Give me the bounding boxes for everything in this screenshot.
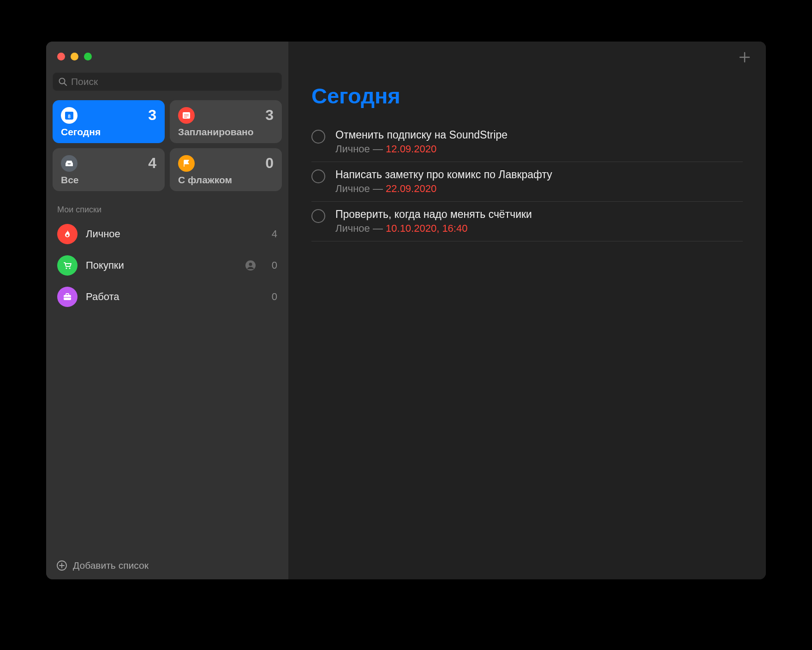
svg-rect-15 — [66, 294, 69, 295]
smart-label: Все — [61, 175, 156, 186]
list-count: 0 — [269, 259, 277, 271]
smart-count: 0 — [265, 155, 274, 172]
smart-list-flagged[interactable]: 0 С флажком — [170, 148, 282, 191]
reminder-date: 10.10.2020, 16:40 — [386, 223, 467, 234]
maximize-window-button[interactable] — [84, 53, 92, 60]
calendar-today-icon: 8 — [61, 107, 78, 124]
smart-label: Сегодня — [61, 126, 156, 138]
svg-point-13 — [249, 263, 252, 266]
reminder-title: Написать заметку про комикс по Лавкрафту — [335, 169, 743, 181]
main-panel: Сегодня Отменить подписку на SoundStripe… — [288, 42, 766, 579]
shared-icon — [245, 260, 256, 271]
svg-text:8: 8 — [68, 114, 71, 119]
add-list-label: Добавить список — [73, 560, 149, 571]
svg-point-11 — [69, 267, 70, 269]
list-name: Работа — [86, 291, 261, 303]
sidebar: 8 3 Сегодня — [46, 42, 288, 579]
new-reminder-button[interactable] — [738, 51, 751, 66]
reminder-meta: Личное — 12.09.2020 — [335, 143, 743, 155]
page-title: Сегодня — [311, 83, 743, 108]
smart-count: 4 — [148, 155, 156, 172]
reminder-date: 22.09.2020 — [386, 183, 436, 194]
search-icon — [58, 77, 67, 86]
list-count: 4 — [269, 228, 277, 240]
plus-circle-icon — [56, 560, 67, 571]
reminder-date: 12.09.2020 — [386, 143, 436, 155]
reminder-item[interactable]: Отменить подписку на SoundStripe Личное … — [311, 122, 743, 162]
complete-checkbox[interactable] — [311, 169, 325, 183]
window-controls — [53, 51, 282, 72]
app-window: 8 3 Сегодня — [46, 42, 766, 579]
svg-point-9 — [66, 235, 68, 236]
lists-header: Мои списки — [53, 205, 282, 218]
smart-list-all[interactable]: 4 Все — [53, 148, 165, 191]
reminder-list-name: Личное — — [335, 143, 386, 155]
minimize-window-button[interactable] — [71, 53, 78, 60]
search-input[interactable] — [71, 76, 276, 87]
reminder-title: Отменить подписку на SoundStripe — [335, 129, 743, 141]
search-field[interactable] — [53, 72, 282, 91]
list-name: Личное — [86, 228, 261, 240]
reminder-meta: Личное — 10.10.2020, 16:40 — [335, 223, 743, 235]
smart-label: Запланировано — [178, 126, 274, 138]
flame-icon — [57, 224, 78, 244]
smart-list-today[interactable]: 8 3 Сегодня — [53, 100, 165, 143]
reminder-list-name: Личное — — [335, 223, 386, 234]
smart-count: 3 — [148, 107, 156, 124]
smart-label: С флажком — [178, 175, 274, 186]
reminder-item[interactable]: Написать заметку про комикс по Лавкрафту… — [311, 162, 743, 202]
list-item-shopping[interactable]: Покупки 0 — [53, 250, 282, 281]
complete-checkbox[interactable] — [311, 209, 325, 223]
reminder-item[interactable]: Проверить, когда надо менять счётчики Ли… — [311, 202, 743, 241]
svg-point-0 — [60, 78, 65, 84]
complete-checkbox[interactable] — [311, 130, 325, 144]
svg-line-1 — [65, 84, 67, 86]
svg-point-10 — [66, 267, 67, 269]
list-item-personal[interactable]: Личное 4 — [53, 218, 282, 250]
svg-rect-5 — [183, 112, 190, 119]
add-list-button[interactable]: Добавить список — [56, 560, 149, 571]
list-name: Покупки — [86, 259, 237, 271]
smart-lists-grid: 8 3 Сегодня — [53, 100, 282, 191]
tray-icon — [61, 155, 78, 172]
flag-icon — [178, 155, 195, 172]
plus-icon — [738, 51, 751, 64]
reminder-meta: Личное — 22.09.2020 — [335, 183, 743, 195]
reminder-title: Проверить, когда надо менять счётчики — [335, 208, 743, 221]
smart-list-scheduled[interactable]: 3 Запланировано — [170, 100, 282, 143]
close-window-button[interactable] — [57, 53, 65, 60]
list-item-work[interactable]: Работа 0 — [53, 281, 282, 313]
smart-count: 3 — [265, 107, 274, 124]
reminder-list-name: Личное — — [335, 183, 386, 194]
list-count: 0 — [269, 291, 277, 303]
briefcase-icon — [57, 287, 78, 307]
cart-icon — [57, 255, 78, 276]
calendar-icon — [178, 107, 195, 124]
